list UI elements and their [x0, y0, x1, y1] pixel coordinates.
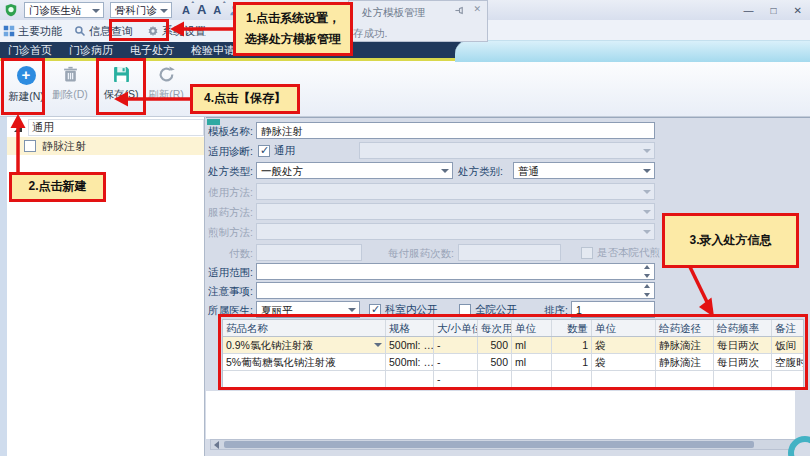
- tree-item-label: 静脉注射: [42, 139, 86, 154]
- highlight-box-drug-table: [218, 314, 808, 390]
- font-decrease-icon[interactable]: Aˆ: [213, 4, 221, 16]
- tab-lab-request[interactable]: 检验申请: [191, 43, 235, 58]
- rx-class-select[interactable]: 普通: [513, 162, 655, 179]
- checkbox-icon[interactable]: [581, 247, 593, 259]
- scope-input[interactable]: [256, 263, 655, 280]
- spin-up-icon: [644, 284, 650, 288]
- chevron-down-icon: [348, 308, 356, 312]
- rx-type-select[interactable]: 一般处方: [256, 162, 453, 179]
- chevron-down-icon: [160, 9, 168, 13]
- notification-band: [455, 40, 810, 62]
- float-close-icon[interactable]: ✕: [473, 4, 481, 14]
- tree-group-label: 通用: [32, 120, 54, 135]
- collapsed-panel-strip[interactable]: [0, 117, 7, 456]
- tree-item-checkbox[interactable]: [24, 140, 36, 152]
- usage-method-select[interactable]: [256, 183, 655, 200]
- template-name-input[interactable]: 静脉注射: [256, 122, 655, 139]
- decoct-method-select[interactable]: [256, 223, 655, 240]
- rx-class-label: 处方类别:: [458, 162, 503, 179]
- tree-group-general[interactable]: 通用: [7, 119, 204, 136]
- spinner-buttons[interactable]: [641, 284, 653, 297]
- refresh-button[interactable]: 刷新(R): [144, 66, 188, 102]
- minimize-button[interactable]: —: [744, 5, 754, 16]
- pin-icon[interactable]: [454, 5, 465, 16]
- close-button[interactable]: ✕: [794, 5, 802, 16]
- decoct-method-label: 煎制方法:: [196, 223, 253, 240]
- template-name-label: 模板名称:: [196, 122, 253, 139]
- chevron-down-icon: [643, 169, 651, 173]
- save-success-message: 存成功.: [353, 27, 387, 41]
- notes-label: 注意事项:: [196, 282, 253, 299]
- horizontal-scrollbar[interactable]: [210, 439, 795, 450]
- float-window-title: 处方模板管理: [362, 6, 425, 20]
- trash-icon: [62, 66, 79, 83]
- taking-method-label: 服药方法:: [196, 203, 253, 220]
- workstation-select-value: 门诊医生站: [29, 4, 82, 16]
- spinner-buttons[interactable]: [641, 265, 653, 278]
- rx-type-label: 处方类型:: [196, 162, 253, 179]
- template-detail-pane: 模板名称: 静脉注射 适用诊断: 通用 处方类型: 一般处方 处方类别: 普通 …: [206, 117, 810, 456]
- chevron-down-icon: [643, 230, 651, 234]
- notes-input[interactable]: [256, 282, 655, 299]
- doses-label: 付数:: [196, 244, 253, 261]
- delete-button-label: 删除(D): [52, 88, 88, 102]
- tab-medical-record[interactable]: 门诊病历: [69, 43, 113, 58]
- department-select[interactable]: 骨科门诊: [110, 2, 172, 18]
- font-normal-icon[interactable]: A: [197, 4, 206, 16]
- checkbox-checked-icon[interactable]: [258, 145, 270, 157]
- spin-up-icon: [644, 265, 650, 269]
- highlight-box-save-button: [96, 58, 146, 115]
- times-per-dose-label: 每付服药次数:: [366, 244, 454, 261]
- usage-method-label: 使用方法:: [196, 183, 253, 200]
- tab-outpatient-home[interactable]: 门诊首页: [8, 43, 52, 58]
- outpatient-workstation-window: 门诊医生站 骨科门诊 Aˆ A Aˆ — □ ✕ 主要功能 信息查询: [0, 0, 810, 456]
- chevron-down-icon: [643, 190, 651, 194]
- refresh-icon: [158, 66, 175, 83]
- template-manager-float-window: 处方模板管理 ✕ 存成功.: [348, 0, 488, 42]
- hospital-decoct-checkbox[interactable]: 是否本院代煎: [581, 246, 660, 260]
- tree-expanded-icon[interactable]: [14, 124, 22, 132]
- font-increase-icon[interactable]: Aˆ: [182, 4, 190, 16]
- annotation-step1: 1.点击系统设置， 选择处方模板管理: [233, 2, 353, 56]
- diagnosis-general-checkbox[interactable]: 通用: [258, 144, 295, 158]
- times-per-dose-input[interactable]: [458, 244, 561, 261]
- shield-icon: [4, 3, 18, 17]
- delete-button[interactable]: 删除(D): [48, 66, 92, 102]
- taking-method-select[interactable]: [256, 203, 655, 220]
- spin-down-icon: [644, 274, 650, 278]
- window-controls: — □ ✕: [744, 0, 802, 20]
- menu-label: 主要功能: [18, 24, 62, 39]
- annotation-step4: 4.点击【保存】: [190, 84, 300, 114]
- highlight-box-system-settings: [109, 19, 169, 41]
- scrollbar-thumb[interactable]: [224, 441, 754, 448]
- scroll-left-icon[interactable]: [214, 441, 219, 449]
- spin-down-icon: [644, 293, 650, 297]
- chevron-down-icon: [643, 210, 651, 214]
- search-icon: [74, 25, 86, 37]
- diagnosis-select[interactable]: [359, 142, 655, 159]
- diagnosis-label: 适用诊断:: [196, 142, 253, 159]
- tree-item-iv-injection[interactable]: 静脉注射: [7, 137, 204, 155]
- scope-label: 适用范围:: [196, 263, 253, 280]
- highlight-box-new-button: [1, 58, 45, 115]
- chevron-down-icon: [441, 169, 449, 173]
- workstation-select[interactable]: 门诊医生站: [24, 2, 104, 18]
- grid-icon: [3, 25, 15, 37]
- maximize-button[interactable]: □: [771, 5, 777, 16]
- template-tree-panel: 通用 静脉注射: [7, 117, 205, 456]
- department-select-value: 骨科门诊: [115, 4, 157, 16]
- annotation-step3: 3.录入处方信息: [662, 213, 799, 268]
- chevron-down-icon: [92, 9, 100, 13]
- doses-input[interactable]: [256, 244, 362, 261]
- annotation-step2: 2.点击新建: [9, 172, 106, 202]
- grid-empty-area: [206, 391, 795, 439]
- font-size-controls: Aˆ A Aˆ: [182, 4, 221, 16]
- refresh-button-label: 刷新(R): [148, 88, 184, 102]
- chevron-down-icon: [643, 149, 651, 153]
- menu-main-functions[interactable]: 主要功能: [3, 24, 62, 39]
- tab-e-prescription[interactable]: 电子处方: [130, 43, 174, 58]
